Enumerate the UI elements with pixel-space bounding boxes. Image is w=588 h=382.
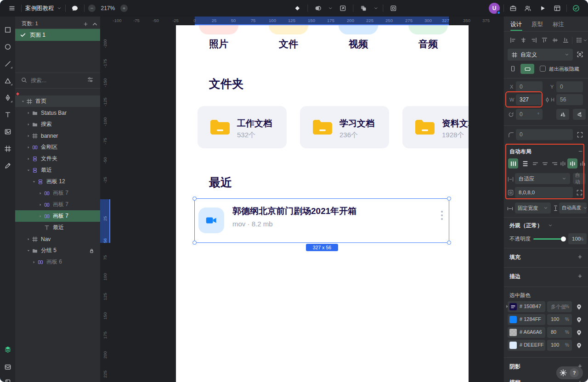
layout-vertical-icon[interactable] xyxy=(520,158,530,169)
align-top-icon[interactable] xyxy=(539,35,549,45)
pin-icon[interactable] xyxy=(575,303,583,311)
lock-icon[interactable] xyxy=(89,247,95,253)
add-stroke-icon[interactable] xyxy=(575,271,585,281)
crop-tool-icon[interactable] xyxy=(388,3,399,14)
category-label[interactable]: 照片 xyxy=(199,38,238,51)
color-hex-field[interactable]: # DEEEFF xyxy=(508,340,545,351)
width-input[interactable]: 327 xyxy=(516,94,543,105)
justify-start-icon[interactable] xyxy=(531,159,540,168)
selection-handle[interactable] xyxy=(447,197,451,201)
image-tool-icon[interactable] xyxy=(2,126,13,137)
layout-view-icon[interactable] xyxy=(552,3,563,14)
scale-tool-icon[interactable] xyxy=(337,3,348,14)
canvas[interactable]: -100-75-50-25025507510012515017520022525… xyxy=(100,17,503,382)
tab-design[interactable]: 设计 xyxy=(510,21,522,28)
color-swatch[interactable] xyxy=(509,329,517,336)
color-swatch[interactable] xyxy=(509,303,517,310)
zoom-out-button[interactable] xyxy=(88,5,96,12)
collaborators-icon[interactable] xyxy=(522,3,533,14)
layer-row[interactable]: 首页 xyxy=(15,96,100,107)
chevron-right-icon[interactable] xyxy=(26,237,31,242)
color-opacity-field[interactable]: 多个值% xyxy=(547,301,572,312)
color-hex-field[interactable]: # 1284FF xyxy=(508,314,545,325)
layer-row[interactable]: 画板 7 xyxy=(15,210,100,222)
align-h-center-icon[interactable] xyxy=(518,35,528,45)
color-opacity-field[interactable]: 100% xyxy=(547,314,572,325)
zoom-level[interactable]: 217% xyxy=(99,5,117,11)
mask-tool-icon[interactable] xyxy=(312,3,323,14)
help-icon[interactable]: ? xyxy=(570,368,579,377)
opacity-input[interactable]: 100 % xyxy=(568,233,587,244)
chevron-right-icon[interactable] xyxy=(26,111,31,115)
category-label[interactable]: 文件 xyxy=(269,38,308,51)
more-menu-icon[interactable] xyxy=(441,211,444,222)
frame-scale-icon[interactable] xyxy=(575,49,585,59)
orientation-landscape-icon[interactable] xyxy=(520,64,534,74)
constrain-link-icon[interactable] xyxy=(543,96,551,103)
pin-icon[interactable] xyxy=(575,328,583,337)
frame-tool-icon[interactable] xyxy=(2,143,13,154)
folder-card[interactable]: 学习文档236个 xyxy=(300,106,389,148)
distribute-menu-icon[interactable] xyxy=(574,35,584,45)
chevron-right-icon[interactable] xyxy=(26,134,31,138)
artboard[interactable]: 照片文件视频音频 文件夹 工作文档532个学习文档236个资料文档1928个 最… xyxy=(176,25,469,382)
component-tool-icon[interactable] xyxy=(292,3,303,14)
pencil-tool-icon[interactable] xyxy=(2,160,13,171)
polygon-tool-icon[interactable] xyxy=(2,75,13,86)
height-mode-select[interactable]: 自动高度 xyxy=(559,202,587,213)
independent-padding-icon[interactable] xyxy=(575,188,584,197)
folders-heading[interactable]: 文件夹 xyxy=(209,76,243,91)
layer-row[interactable]: Status Bar xyxy=(15,107,100,118)
clip-content-checkbox[interactable] xyxy=(540,66,546,72)
chevron-right-icon[interactable] xyxy=(32,260,36,264)
layer-row[interactable]: 搜索 xyxy=(15,118,100,130)
layer-search-input[interactable]: 搜索... xyxy=(31,77,46,84)
appearance-header[interactable]: 外观（正常） xyxy=(509,222,543,230)
folder-card[interactable]: 工作文档532个 xyxy=(198,106,287,148)
category-label[interactable]: 音频 xyxy=(408,38,448,51)
chevron-down-icon[interactable] xyxy=(373,6,378,11)
color-opacity-field[interactable]: 80% xyxy=(547,327,572,338)
pin-icon[interactable] xyxy=(575,315,583,324)
avatar[interactable]: U xyxy=(489,3,500,14)
color-hex-field[interactable]: # 150B47 xyxy=(508,301,545,312)
spacing-value-input[interactable]: 自动 xyxy=(573,173,586,184)
pen-tool-icon[interactable] xyxy=(2,92,13,103)
width-mode-select[interactable]: 固定宽度 xyxy=(515,202,551,213)
justify-center-icon[interactable] xyxy=(540,159,549,168)
layer-row[interactable]: 画板 7 xyxy=(15,199,100,210)
chevron-right-icon[interactable] xyxy=(26,145,31,150)
notes-panel-icon[interactable] xyxy=(2,376,13,382)
layer-row[interactable]: 画板 6 xyxy=(15,256,100,268)
selection-handle[interactable] xyxy=(447,241,451,245)
y-input[interactable]: 0 xyxy=(556,81,583,92)
category-label[interactable]: 视频 xyxy=(339,38,378,51)
chevron-down-icon[interactable] xyxy=(328,6,333,11)
independent-corners-icon[interactable] xyxy=(575,129,585,140)
frame-preset-select[interactable]: 自定义 xyxy=(508,49,573,61)
rectangle-tool-icon[interactable] xyxy=(2,24,13,35)
folder-card[interactable]: 资料文档1928个 xyxy=(402,106,469,148)
layer-row[interactable]: 分组 5 xyxy=(15,245,100,256)
layer-row[interactable]: 最近 xyxy=(15,164,100,176)
opacity-slider-knob[interactable] xyxy=(561,236,566,242)
layer-row[interactable]: 画板 7 xyxy=(15,187,100,199)
line-tool-icon[interactable] xyxy=(2,58,13,69)
layer-row[interactable]: 最近 xyxy=(15,222,100,233)
tab-prototype[interactable]: 原型 xyxy=(531,21,543,28)
plugins-icon[interactable] xyxy=(508,3,519,14)
chevron-down-icon[interactable] xyxy=(26,248,31,253)
remove-auto-layout-icon[interactable] xyxy=(576,146,585,156)
color-swatch[interactable] xyxy=(509,316,517,323)
chevron-right-icon[interactable] xyxy=(38,214,43,219)
theme-toggle-icon[interactable] xyxy=(559,368,568,377)
color-swatch[interactable] xyxy=(509,342,517,349)
distribute-end-icon[interactable] xyxy=(578,159,587,168)
layer-row[interactable]: banner xyxy=(15,130,100,141)
color-hex-field[interactable]: # A6A6A6 xyxy=(508,327,545,338)
layer-row[interactable]: 金刚区 xyxy=(15,141,100,153)
distribute-center-icon[interactable] xyxy=(567,158,577,169)
chevron-down-icon[interactable] xyxy=(548,223,553,228)
height-input[interactable]: 56 xyxy=(556,94,583,105)
selection-handle[interactable] xyxy=(192,241,197,245)
